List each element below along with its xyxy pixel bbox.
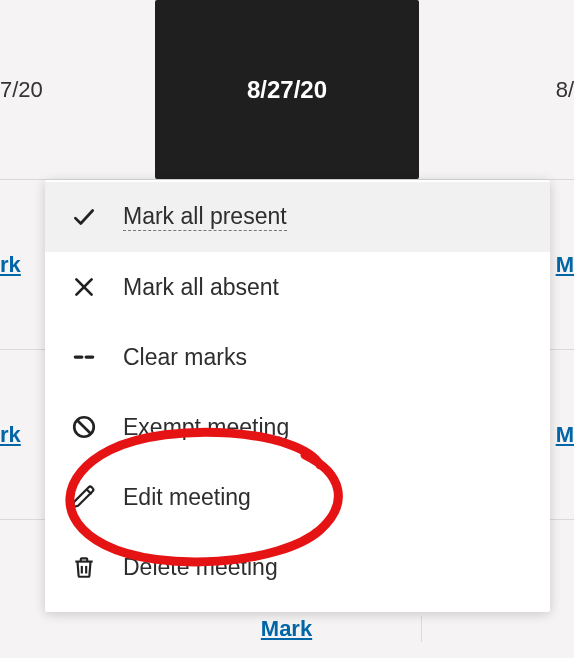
pencil-icon bbox=[69, 482, 99, 512]
date-header-prev[interactable]: 7/20 bbox=[0, 0, 150, 179]
trash-icon bbox=[69, 552, 99, 582]
date-header-next[interactable]: 8/ bbox=[419, 0, 574, 179]
row3-current-cell: Mark bbox=[152, 616, 422, 642]
mark-link[interactable]: Mark bbox=[261, 616, 312, 642]
menu-item-label: Exempt meeting bbox=[123, 414, 289, 441]
menu-edit-meeting[interactable]: Edit meeting bbox=[45, 462, 550, 532]
mark-link[interactable]: rk bbox=[0, 422, 21, 448]
mark-link[interactable]: rk bbox=[0, 252, 21, 278]
dashes-icon bbox=[69, 342, 99, 372]
date-header-current[interactable]: 8/27/20 bbox=[155, 0, 419, 179]
check-icon bbox=[69, 202, 99, 232]
menu-exempt-meeting[interactable]: Exempt meeting bbox=[45, 392, 550, 462]
mark-link[interactable]: M bbox=[556, 422, 574, 448]
menu-mark-all-present[interactable]: Mark all present bbox=[45, 182, 550, 252]
date-context-menu: Mark all present Mark all absent Clear m… bbox=[45, 180, 550, 612]
menu-item-label: Edit meeting bbox=[123, 484, 251, 511]
x-icon bbox=[69, 272, 99, 302]
menu-item-label: Delete meeting bbox=[123, 554, 278, 581]
menu-item-label: Clear marks bbox=[123, 344, 247, 371]
menu-mark-all-absent[interactable]: Mark all absent bbox=[45, 252, 550, 322]
mark-link[interactable]: M bbox=[556, 252, 574, 278]
svg-line-5 bbox=[77, 420, 91, 434]
header-row: 7/20 8/27/20 8/ bbox=[0, 0, 574, 180]
prohibit-icon bbox=[69, 412, 99, 442]
menu-clear-marks[interactable]: Clear marks bbox=[45, 322, 550, 392]
menu-delete-meeting[interactable]: Delete meeting bbox=[45, 532, 550, 602]
menu-item-label: Mark all absent bbox=[123, 274, 279, 301]
menu-item-label: Mark all present bbox=[123, 203, 287, 231]
